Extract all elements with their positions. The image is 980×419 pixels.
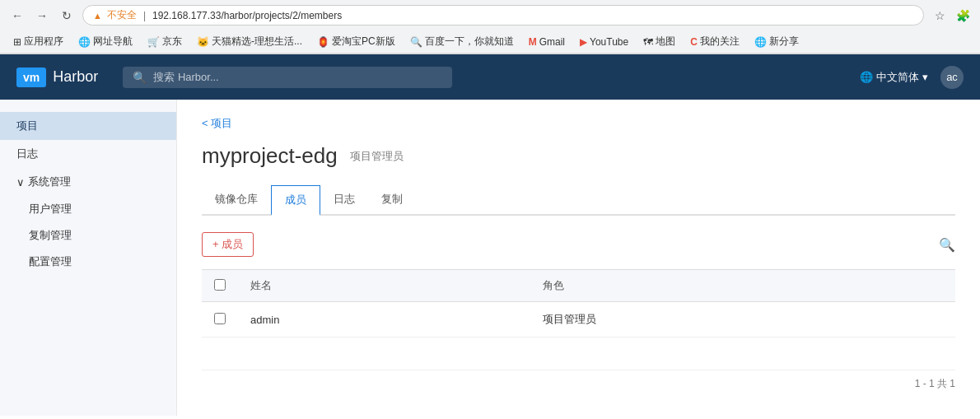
sidebar-group-label: 系统管理 [28, 175, 71, 189]
tab-members[interactable]: 成员 [271, 185, 320, 216]
search-members-icon[interactable]: 🔍 [939, 237, 955, 253]
lang-label: 中文简体 [876, 70, 919, 85]
content-area: < 项目 myproject-edg 项目管理员 镜像仓库 成员 日志 复制 +… [177, 100, 980, 416]
tab-logs[interactable]: 日志 [320, 185, 368, 216]
app-title: Harbor [53, 68, 98, 86]
chevron-icon: ∨ [16, 176, 25, 189]
bookmark-follow[interactable]: C 我的关注 [684, 33, 746, 50]
project-role-badge: 项目管理员 [350, 149, 404, 164]
bookmark-share[interactable]: 🌐 新分享 [748, 33, 805, 50]
lock-icon: ▲ [93, 11, 102, 21]
table-header-checkbox [202, 270, 238, 302]
bookmark-gmail[interactable]: M Gmail [522, 35, 572, 49]
bookmark-tmall[interactable]: 🐱 天猫精选-理想生活... [190, 33, 309, 50]
browser-nav: ← → ↻ ▲ 不安全 | 192.168.177.33/harbor/proj… [0, 0, 980, 30]
table-header-role: 角色 [530, 270, 955, 302]
bookmark-nav[interactable]: 🌐 网址导航 [72, 33, 139, 50]
address-bar[interactable]: ▲ 不安全 | 192.168.177.33/harbor/projects/2… [82, 5, 924, 26]
bookmark-star-button[interactable]: ☆ [931, 7, 949, 25]
bookmark-taobao[interactable]: 🏮 爱淘宝PC新版 [310, 33, 402, 50]
members-table: 姓名 角色 admin 项目管理员 [202, 269, 955, 370]
tab-replication[interactable]: 复制 [368, 185, 416, 216]
bookmark-apps[interactable]: ⊞ 应用程序 [7, 33, 70, 50]
sidebar-item-projects[interactable]: 项目 [0, 112, 176, 140]
search-icon: 🔍 [133, 71, 147, 84]
bookmark-map[interactable]: 🗺 地图 [637, 33, 682, 50]
vm-logo: vm [16, 68, 46, 87]
extension-button[interactable]: 🧩 [954, 7, 972, 25]
user-icon-label: ac [946, 71, 958, 83]
language-selector[interactable]: 🌐 中文简体 ▾ [860, 70, 928, 85]
tabs: 镜像仓库 成员 日志 复制 [202, 185, 955, 216]
back-button[interactable]: ← [8, 7, 26, 25]
member-role-cell: 项目管理员 [530, 302, 955, 338]
table-header-row: 姓名 角色 [202, 270, 955, 302]
add-member-button[interactable]: + 成员 [202, 232, 254, 257]
main-area: 项目 日志 ∨ 系统管理 用户管理 复制管理 配置管理 < 项目 myproje… [0, 100, 980, 416]
globe-icon: 🌐 [860, 71, 873, 83]
tab-repository[interactable]: 镜像仓库 [202, 185, 271, 216]
sidebar-group-sysadmin[interactable]: ∨ 系统管理 [0, 168, 176, 196]
table-row: admin 项目管理员 [202, 302, 955, 338]
search-bar[interactable]: 🔍 [123, 67, 452, 88]
chevron-down-icon: ▾ [922, 71, 928, 83]
sidebar: 项目 日志 ∨ 系统管理 用户管理 复制管理 配置管理 [0, 100, 177, 416]
row-checkbox-cell [202, 302, 238, 338]
user-avatar[interactable]: ac [940, 66, 964, 89]
sidebar-item-user-mgmt[interactable]: 用户管理 [0, 196, 176, 222]
top-nav-right: 🌐 中文简体 ▾ ac [860, 66, 964, 89]
member-name-cell: admin [238, 302, 530, 338]
bookmarks-bar: ⊞ 应用程序 🌐 网址导航 🛒 京东 🐱 天猫精选-理想生活... 🏮 爱淘宝P… [0, 30, 980, 54]
sidebar-item-logs[interactable]: 日志 [0, 140, 176, 168]
top-nav: vm Harbor 🔍 🌐 中文简体 ▾ ac [0, 54, 980, 100]
sidebar-item-config-mgmt[interactable]: 配置管理 [0, 249, 176, 275]
sidebar-item-replication-mgmt[interactable]: 复制管理 [0, 222, 176, 249]
bookmark-youtube[interactable]: ▶ YouTube [573, 35, 635, 49]
table-footer: 1 - 1 共 1 [202, 370, 955, 398]
harbor-logo: vm Harbor [16, 68, 98, 87]
bookmark-baidu[interactable]: 🔍 百度一下，你就知道 [404, 33, 520, 50]
table-header-name: 姓名 [238, 270, 530, 302]
refresh-button[interactable]: ↻ [58, 7, 76, 25]
page-header: myproject-edg 项目管理员 [202, 143, 955, 169]
pagination-info: 1 - 1 共 1 [915, 377, 955, 391]
forward-button[interactable]: → [33, 7, 51, 25]
harbor-app: vm Harbor 🔍 🌐 中文简体 ▾ ac 项目 日志 ∨ 系统管理 [0, 54, 980, 416]
url-display: 192.168.177.33/harbor/projects/2/members [152, 10, 342, 21]
search-input[interactable] [153, 71, 442, 83]
browser-chrome: ← → ↻ ▲ 不安全 | 192.168.177.33/harbor/proj… [0, 0, 980, 54]
row-checkbox[interactable] [214, 313, 226, 324]
toolbar: + 成员 🔍 [202, 232, 955, 257]
nav-actions: ☆ 🧩 [931, 7, 972, 25]
page-title: myproject-edg [202, 143, 338, 169]
breadcrumb[interactable]: < 项目 [202, 116, 955, 131]
security-label: 不安全 [107, 8, 137, 22]
bookmark-jd[interactable]: 🛒 京东 [141, 33, 189, 50]
select-all-checkbox[interactable] [214, 279, 226, 291]
table-row-empty [202, 338, 955, 370]
